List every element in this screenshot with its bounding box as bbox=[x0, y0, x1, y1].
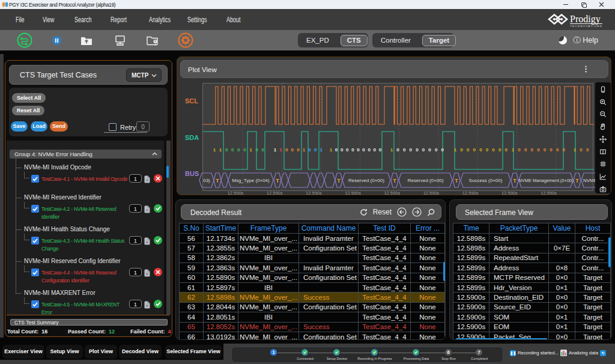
svg-text:0: 0 bbox=[231, 147, 234, 153]
svg-text:0: 0 bbox=[314, 147, 317, 153]
svg-text:Success (0×00): Success (0×00) bbox=[469, 178, 503, 183]
svg-text:0: 0 bbox=[255, 147, 258, 153]
svg-text:1: 1 bbox=[213, 147, 216, 153]
svg-text:0: 0 bbox=[518, 147, 521, 153]
svg-text:0: 0 bbox=[308, 147, 311, 153]
svg-text:0: 0 bbox=[544, 147, 547, 153]
svg-text:03): 03) bbox=[203, 178, 210, 183]
svg-text:0: 0 bbox=[479, 147, 482, 153]
svg-text:0: 0 bbox=[441, 147, 444, 153]
svg-text:0: 0 bbox=[473, 147, 476, 153]
svg-text:T: T bbox=[216, 178, 219, 184]
svg-text:12.590s: 12.590s bbox=[462, 190, 479, 196]
svg-text:1: 1 bbox=[390, 147, 393, 153]
svg-text:1: 1 bbox=[320, 147, 323, 153]
svg-text:0: 0 bbox=[410, 147, 413, 153]
svg-text:0: 0 bbox=[435, 147, 438, 153]
svg-text:0: 0 bbox=[586, 147, 589, 153]
svg-text:0: 0 bbox=[505, 147, 508, 153]
svg-text:Msg_Type (0×04): Msg_Type (0×04) bbox=[232, 178, 270, 183]
svg-text:0: 0 bbox=[285, 147, 288, 153]
svg-text:0: 0 bbox=[341, 147, 344, 153]
svg-text:0: 0 bbox=[492, 147, 495, 153]
svg-text:0: 0 bbox=[531, 147, 534, 153]
svg-text:T: T bbox=[393, 178, 396, 184]
svg-text:Prodigy: Prodigy bbox=[570, 14, 601, 25]
svg-text:NVME Management.(0×00): NVME Management.(0×00) bbox=[518, 178, 574, 183]
svg-text:0: 0 bbox=[346, 147, 349, 153]
svg-text:0: 0 bbox=[225, 147, 228, 153]
svg-text:0: 0 bbox=[297, 147, 300, 153]
svg-text:0: 0 bbox=[368, 147, 371, 153]
svg-text:0: 0 bbox=[550, 147, 553, 153]
svg-text:12.590s: 12.590s bbox=[423, 190, 440, 196]
svg-text:0: 0 bbox=[243, 147, 246, 153]
svg-text:0: 0 bbox=[428, 147, 431, 153]
svg-text:T: T bbox=[455, 178, 458, 184]
svg-text:0: 0 bbox=[351, 147, 354, 153]
svg-text:Reserved (0×00): Reserved (0×00) bbox=[408, 178, 444, 183]
svg-text:0: 0 bbox=[460, 147, 463, 153]
svg-text:12.590s: 12.590s bbox=[306, 190, 322, 196]
svg-text:12.590s: 12.590s bbox=[267, 190, 283, 196]
svg-text:0: 0 bbox=[524, 147, 527, 153]
svg-text:12.590s: 12.590s bbox=[228, 190, 244, 196]
svg-text:0: 0 bbox=[362, 147, 365, 153]
svg-text:0: 0 bbox=[291, 147, 294, 153]
svg-text:T: T bbox=[575, 178, 579, 184]
svg-text:0: 0 bbox=[467, 147, 470, 153]
svg-text:1: 1 bbox=[512, 147, 515, 153]
svg-text:12.590s: 12.590s bbox=[541, 190, 557, 196]
svg-text:1: 1 bbox=[303, 147, 306, 153]
svg-text:1: 1 bbox=[279, 147, 282, 153]
svg-text:0: 0 bbox=[335, 147, 338, 153]
svg-text:12.590s: 12.590s bbox=[501, 190, 518, 196]
svg-text:1: 1 bbox=[219, 147, 222, 153]
svg-text:T: T bbox=[337, 178, 341, 184]
svg-text:1: 1 bbox=[454, 147, 457, 153]
svg-text:0: 0 bbox=[498, 147, 501, 153]
svg-text:0: 0 bbox=[537, 147, 540, 153]
svg-text:0: 0 bbox=[379, 147, 382, 153]
svg-text:1: 1 bbox=[574, 147, 577, 153]
svg-text:1: 1 bbox=[330, 147, 333, 153]
svg-text:0: 0 bbox=[556, 147, 559, 153]
svg-text:T: T bbox=[513, 178, 517, 184]
svg-text:0: 0 bbox=[416, 147, 419, 153]
svg-text:Reserved (0×00): Reserved (0×00) bbox=[348, 178, 384, 183]
svg-text:0: 0 bbox=[396, 147, 399, 153]
svg-text:12.590s: 12.590s bbox=[345, 190, 361, 196]
svg-text:0: 0 bbox=[422, 147, 425, 153]
svg-text:1: 1 bbox=[274, 147, 277, 153]
svg-text:0: 0 bbox=[563, 147, 566, 153]
svg-text:0: 0 bbox=[374, 147, 377, 153]
svg-text:0: 0 bbox=[486, 147, 489, 153]
svg-text:0: 0 bbox=[580, 147, 583, 153]
svg-text:TECHNOVATIONS: TECHNOVATIONS bbox=[570, 25, 602, 28]
svg-text:0: 0 bbox=[237, 147, 240, 153]
svg-text:0: 0 bbox=[403, 147, 406, 153]
svg-text:12.590s: 12.590s bbox=[384, 190, 400, 196]
svg-text:0: 0 bbox=[262, 147, 265, 153]
svg-text:0: 0 bbox=[357, 147, 360, 153]
svg-text:1: 1 bbox=[249, 147, 252, 153]
svg-text:T: T bbox=[276, 178, 279, 184]
